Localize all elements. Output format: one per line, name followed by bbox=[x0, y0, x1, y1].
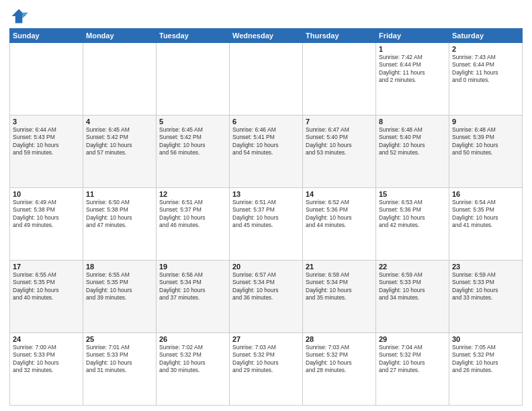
day-info: Sunrise: 6:53 AM Sunset: 5:36 PM Dayligh… bbox=[379, 199, 446, 230]
day-cell: 10Sunrise: 6:49 AM Sunset: 5:38 PM Dayli… bbox=[10, 188, 83, 261]
header bbox=[9, 7, 523, 26]
day-info: Sunrise: 6:55 AM Sunset: 5:35 PM Dayligh… bbox=[86, 271, 153, 302]
day-cell: 9Sunrise: 6:48 AM Sunset: 5:39 PM Daylig… bbox=[449, 116, 523, 188]
day-info: Sunrise: 7:00 AM Sunset: 5:33 PM Dayligh… bbox=[13, 344, 80, 375]
week-row-2: 3Sunrise: 6:44 AM Sunset: 5:43 PM Daylig… bbox=[10, 116, 523, 188]
day-info: Sunrise: 6:52 AM Sunset: 5:36 PM Dayligh… bbox=[306, 199, 373, 230]
weekday-header-friday: Friday bbox=[376, 29, 449, 43]
day-info: Sunrise: 6:46 AM Sunset: 5:41 PM Dayligh… bbox=[232, 126, 300, 157]
day-cell: 11Sunrise: 6:50 AM Sunset: 5:38 PM Dayli… bbox=[83, 188, 157, 261]
weekday-header-tuesday: Tuesday bbox=[157, 29, 230, 43]
day-info: Sunrise: 7:02 AM Sunset: 5:32 PM Dayligh… bbox=[159, 344, 226, 375]
day-cell: 14Sunrise: 6:52 AM Sunset: 5:36 PM Dayli… bbox=[303, 188, 376, 261]
day-cell: 8Sunrise: 6:48 AM Sunset: 5:40 PM Daylig… bbox=[376, 116, 449, 188]
day-cell: 23Sunrise: 6:59 AM Sunset: 5:33 PM Dayli… bbox=[449, 261, 523, 333]
day-number: 28 bbox=[306, 335, 373, 343]
day-cell: 5Sunrise: 6:45 AM Sunset: 5:42 PM Daylig… bbox=[157, 116, 230, 188]
day-number: 4 bbox=[86, 118, 153, 126]
week-row-3: 10Sunrise: 6:49 AM Sunset: 5:38 PM Dayli… bbox=[10, 188, 523, 261]
weekday-header-thursday: Thursday bbox=[303, 29, 376, 43]
day-cell: 4Sunrise: 6:45 AM Sunset: 5:42 PM Daylig… bbox=[83, 116, 157, 188]
day-info: Sunrise: 6:57 AM Sunset: 5:34 PM Dayligh… bbox=[232, 271, 300, 302]
day-number: 3 bbox=[13, 118, 80, 126]
day-number: 8 bbox=[379, 118, 446, 126]
day-cell: 25Sunrise: 7:01 AM Sunset: 5:33 PM Dayli… bbox=[83, 333, 157, 406]
weekday-header-wednesday: Wednesday bbox=[230, 29, 303, 43]
day-cell: 7Sunrise: 6:47 AM Sunset: 5:40 PM Daylig… bbox=[303, 116, 376, 188]
day-number: 7 bbox=[306, 118, 373, 126]
day-info: Sunrise: 7:42 AM Sunset: 6:44 PM Dayligh… bbox=[379, 54, 446, 85]
day-number: 27 bbox=[232, 335, 300, 343]
week-row-5: 24Sunrise: 7:00 AM Sunset: 5:33 PM Dayli… bbox=[10, 333, 523, 406]
day-cell: 28Sunrise: 7:03 AM Sunset: 5:32 PM Dayli… bbox=[303, 333, 376, 406]
week-row-1: 1Sunrise: 7:42 AM Sunset: 6:44 PM Daylig… bbox=[10, 43, 523, 116]
day-cell bbox=[83, 43, 157, 116]
day-number: 26 bbox=[159, 335, 226, 343]
day-number: 23 bbox=[452, 263, 519, 271]
day-number: 1 bbox=[379, 45, 446, 53]
day-number: 9 bbox=[452, 118, 519, 126]
day-cell: 26Sunrise: 7:02 AM Sunset: 5:32 PM Dayli… bbox=[157, 333, 230, 406]
day-cell bbox=[303, 43, 376, 116]
day-number: 21 bbox=[306, 263, 373, 271]
day-cell: 30Sunrise: 7:05 AM Sunset: 5:32 PM Dayli… bbox=[449, 333, 523, 406]
day-number: 16 bbox=[452, 190, 519, 198]
day-info: Sunrise: 7:03 AM Sunset: 5:32 PM Dayligh… bbox=[306, 344, 373, 375]
logo bbox=[9, 7, 30, 26]
weekday-header-row: SundayMondayTuesdayWednesdayThursdayFrid… bbox=[10, 29, 523, 43]
day-number: 6 bbox=[232, 118, 300, 126]
day-info: Sunrise: 6:44 AM Sunset: 5:43 PM Dayligh… bbox=[13, 126, 80, 157]
day-info: Sunrise: 7:04 AM Sunset: 5:32 PM Dayligh… bbox=[379, 344, 446, 375]
day-info: Sunrise: 6:48 AM Sunset: 5:39 PM Dayligh… bbox=[452, 126, 519, 157]
day-number: 25 bbox=[86, 335, 153, 343]
day-number: 30 bbox=[452, 335, 519, 343]
day-cell: 12Sunrise: 6:51 AM Sunset: 5:37 PM Dayli… bbox=[157, 188, 230, 261]
day-info: Sunrise: 6:59 AM Sunset: 5:33 PM Dayligh… bbox=[379, 271, 446, 302]
day-info: Sunrise: 6:59 AM Sunset: 5:33 PM Dayligh… bbox=[452, 271, 519, 302]
day-number: 19 bbox=[159, 263, 226, 271]
day-number: 17 bbox=[13, 263, 80, 271]
day-info: Sunrise: 6:49 AM Sunset: 5:38 PM Dayligh… bbox=[13, 199, 80, 230]
day-number: 29 bbox=[379, 335, 446, 343]
day-info: Sunrise: 6:51 AM Sunset: 5:37 PM Dayligh… bbox=[232, 199, 300, 230]
day-number: 10 bbox=[13, 190, 80, 198]
day-cell bbox=[10, 43, 83, 116]
weekday-header-sunday: Sunday bbox=[10, 29, 83, 43]
day-info: Sunrise: 6:51 AM Sunset: 5:37 PM Dayligh… bbox=[159, 199, 226, 230]
day-cell: 18Sunrise: 6:55 AM Sunset: 5:35 PM Dayli… bbox=[83, 261, 157, 333]
day-number: 20 bbox=[232, 263, 300, 271]
day-info: Sunrise: 6:56 AM Sunset: 5:34 PM Dayligh… bbox=[159, 271, 226, 302]
day-info: Sunrise: 7:05 AM Sunset: 5:32 PM Dayligh… bbox=[452, 344, 519, 375]
day-cell: 3Sunrise: 6:44 AM Sunset: 5:43 PM Daylig… bbox=[10, 116, 83, 188]
day-number: 5 bbox=[159, 118, 226, 126]
day-cell: 6Sunrise: 6:46 AM Sunset: 5:41 PM Daylig… bbox=[230, 116, 303, 188]
day-info: Sunrise: 6:58 AM Sunset: 5:34 PM Dayligh… bbox=[306, 271, 373, 302]
day-number: 12 bbox=[159, 190, 226, 198]
day-cell: 20Sunrise: 6:57 AM Sunset: 5:34 PM Dayli… bbox=[230, 261, 303, 333]
day-cell: 19Sunrise: 6:56 AM Sunset: 5:34 PM Dayli… bbox=[157, 261, 230, 333]
svg-marker-1 bbox=[22, 13, 28, 19]
day-info: Sunrise: 6:50 AM Sunset: 5:38 PM Dayligh… bbox=[86, 199, 153, 230]
day-number: 11 bbox=[86, 190, 153, 198]
day-cell: 15Sunrise: 6:53 AM Sunset: 5:36 PM Dayli… bbox=[376, 188, 449, 261]
day-info: Sunrise: 6:48 AM Sunset: 5:40 PM Dayligh… bbox=[379, 126, 446, 157]
logo-icon bbox=[9, 7, 28, 26]
day-cell: 17Sunrise: 6:55 AM Sunset: 5:35 PM Dayli… bbox=[10, 261, 83, 333]
day-cell: 16Sunrise: 6:54 AM Sunset: 5:35 PM Dayli… bbox=[449, 188, 523, 261]
day-number: 14 bbox=[306, 190, 373, 198]
weekday-header-saturday: Saturday bbox=[449, 29, 523, 43]
week-row-4: 17Sunrise: 6:55 AM Sunset: 5:35 PM Dayli… bbox=[10, 261, 523, 333]
day-cell: 24Sunrise: 7:00 AM Sunset: 5:33 PM Dayli… bbox=[10, 333, 83, 406]
day-number: 22 bbox=[379, 263, 446, 271]
day-info: Sunrise: 7:01 AM Sunset: 5:33 PM Dayligh… bbox=[86, 344, 153, 375]
day-info: Sunrise: 6:45 AM Sunset: 5:42 PM Dayligh… bbox=[86, 126, 153, 157]
weekday-header-monday: Monday bbox=[83, 29, 157, 43]
day-info: Sunrise: 6:55 AM Sunset: 5:35 PM Dayligh… bbox=[13, 271, 80, 302]
day-cell: 2Sunrise: 7:43 AM Sunset: 6:44 PM Daylig… bbox=[449, 43, 523, 116]
day-cell: 22Sunrise: 6:59 AM Sunset: 5:33 PM Dayli… bbox=[376, 261, 449, 333]
day-cell bbox=[157, 43, 230, 116]
day-info: Sunrise: 6:45 AM Sunset: 5:42 PM Dayligh… bbox=[159, 126, 226, 157]
day-cell: 27Sunrise: 7:03 AM Sunset: 5:32 PM Dayli… bbox=[230, 333, 303, 406]
day-number: 2 bbox=[452, 45, 519, 53]
day-info: Sunrise: 7:43 AM Sunset: 6:44 PM Dayligh… bbox=[452, 54, 519, 85]
